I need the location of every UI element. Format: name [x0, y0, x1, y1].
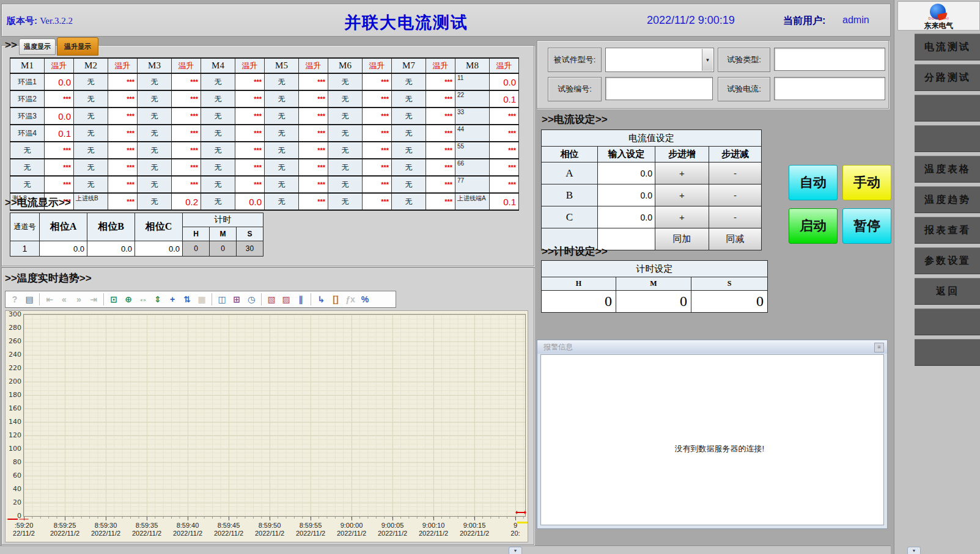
sidebar-button-back[interactable]: 返回 — [915, 278, 980, 305]
column-header: 温升 — [235, 58, 265, 73]
sidebar-button-empty-3[interactable] — [915, 308, 980, 335]
setting-table-title: 电流值设定 — [542, 130, 762, 147]
pan-icon[interactable]: + — [166, 293, 179, 306]
time-span-icon[interactable]: ◷ — [245, 293, 258, 306]
y-axis-tick-label: 200 — [6, 377, 21, 385]
sidebar-button-temp-table[interactable]: 温度表格 — [915, 156, 980, 183]
tab-temperature-display[interactable]: 温度显示 — [19, 38, 56, 55]
cursor-marker — [517, 512, 525, 513]
sensor-name-cell: 无 — [74, 90, 108, 108]
step-plus-button[interactable]: + — [655, 162, 709, 184]
table-row: 无***无***无***无***无***无***无***55*** — [10, 142, 519, 159]
channel-cell: 1 — [10, 241, 40, 257]
pause-button[interactable]: 暂停 — [842, 208, 891, 244]
scroll-chart-left-icon[interactable]: ▧ — [265, 293, 278, 306]
sidebar-button-empty-2[interactable] — [915, 125, 980, 152]
step-minus-button[interactable]: - — [709, 162, 762, 184]
axis-scale-icon[interactable]: ⇅ — [180, 293, 194, 306]
timer-set-value[interactable]: 0 — [542, 291, 616, 313]
column-header: M5 — [265, 58, 299, 73]
zoom-y-icon[interactable]: ⇕ — [151, 293, 164, 306]
chevron-down-icon[interactable]: ▼ — [702, 49, 713, 71]
sensor-name-cell: 11 — [455, 73, 490, 90]
properties-icon[interactable]: ▤ — [23, 293, 36, 306]
temp-rise-value-cell: *** — [299, 142, 328, 159]
step-plus-button[interactable]: + — [655, 184, 709, 206]
scroll-chart-right-icon[interactable]: ▨ — [279, 293, 293, 306]
sensor-name-cell: 无 — [201, 90, 235, 108]
scroll-down-icon[interactable]: ▼ — [509, 547, 522, 554]
step-minus-button[interactable]: - — [709, 184, 762, 206]
header-row: 相位输入设定步进增步进减 — [542, 147, 762, 162]
version-value: Ver.3.2.2 — [40, 16, 73, 26]
sidebar-button-temp-trend[interactable]: 温度趋势 — [915, 186, 980, 213]
sidebar-button-current-test[interactable]: 电流测试 — [915, 34, 980, 60]
help-icon[interactable]: ? — [8, 293, 21, 306]
current-set-input[interactable]: 0.0 — [598, 162, 655, 184]
auto-button[interactable]: 自动 — [789, 165, 838, 200]
column-header: M2 — [74, 58, 108, 73]
alarm-window-button[interactable]: ≡ — [874, 343, 884, 352]
y-axis-tick-label: 240 — [6, 351, 21, 359]
export-icon[interactable]: ↳ — [314, 293, 328, 306]
table-row: 无***无***无***无***无***无***无***77*** — [10, 176, 519, 193]
start-button[interactable]: 启动 — [789, 208, 838, 244]
last-icon[interactable]: ⇥ — [87, 293, 100, 306]
scroll-down-icon[interactable]: ▼ — [907, 547, 921, 554]
timer-set-value[interactable]: 0 — [616, 291, 691, 313]
sensor-name-cell: 无 — [138, 193, 172, 210]
group-minus-button[interactable]: 同减 — [709, 228, 762, 250]
temp-rise-value-cell: *** — [172, 142, 201, 159]
test-current-input[interactable] — [774, 77, 885, 100]
table-title-row: 电流值设定 — [542, 130, 762, 147]
step-plus-button[interactable]: + — [655, 206, 709, 228]
sidebar-button-branch-test[interactable]: 分路测试 — [915, 64, 980, 91]
percent-icon[interactable]: % — [358, 293, 372, 306]
zoom-x-icon[interactable]: ⇔ — [136, 293, 150, 306]
pause-trend-icon[interactable]: ∥ — [294, 293, 308, 306]
test-type-input[interactable] — [774, 48, 885, 71]
timer-subheader: H — [183, 227, 210, 241]
sensor-name-cell: 无 — [201, 108, 235, 125]
x-axis-tick-label: 9:00:052022/11/2 — [371, 522, 414, 538]
sensor-name-cell: 环温1 — [10, 73, 45, 90]
temp-rise-value-cell: *** — [45, 159, 74, 176]
bottom-scrollbar[interactable] — [0, 545, 891, 554]
temp-rise-value-cell: *** — [490, 176, 519, 193]
current-set-input[interactable]: 0.0 — [598, 184, 655, 206]
step-minus-button[interactable]: - — [709, 206, 762, 228]
temp-rise-value-cell: *** — [108, 193, 138, 210]
sidebar-button-report-view[interactable]: 报表查看 — [915, 217, 980, 244]
group-plus-button[interactable]: 同加 — [655, 228, 709, 250]
timer-set-value[interactable]: 0 — [691, 291, 768, 313]
sensor-name-cell: 无 — [328, 193, 363, 210]
toolbar-separator — [212, 293, 212, 305]
tab-temprise-display[interactable]: 温升显示 — [57, 37, 98, 56]
temp-rise-value-cell: *** — [235, 142, 265, 159]
x-axis-tick-label: 9:00:002022/11/2 — [330, 522, 373, 538]
timer-column-header: H — [542, 277, 616, 291]
tile-view-icon[interactable]: ◫ — [215, 293, 229, 306]
table-row: 环温2***无***无***无***无***无***无***220.1 — [10, 90, 519, 108]
zoom-in-icon[interactable]: ⊕ — [122, 293, 135, 306]
y-axis-tick-label: 220 — [6, 364, 21, 372]
grid-add-icon[interactable]: ⊞ — [230, 293, 243, 306]
test-number-input[interactable] — [605, 77, 713, 100]
device-model-combo[interactable]: ▼ — [605, 48, 714, 72]
sidebar-button-empty-1[interactable] — [915, 95, 980, 122]
x-label-time: 9:00:00 — [330, 522, 373, 530]
rewind-icon[interactable]: « — [57, 293, 71, 306]
sidebar-button-empty-4[interactable] — [915, 339, 980, 366]
current-set-input[interactable]: 0.0 — [598, 206, 655, 228]
brackets-icon[interactable]: [] — [329, 293, 342, 306]
sidebar-button-param-setting[interactable]: 参数设置 — [915, 247, 980, 274]
chart-plot-area[interactable] — [23, 314, 526, 517]
function-icon[interactable]: ƒx — [344, 293, 357, 306]
zoom-box-icon[interactable]: ⊡ — [107, 293, 120, 306]
manual-button[interactable]: 手动 — [842, 165, 891, 200]
forward-icon[interactable]: » — [72, 293, 86, 306]
calendar-icon[interactable]: ▦ — [195, 293, 208, 306]
y-axis-tick-label: 140 — [6, 418, 21, 426]
first-icon[interactable]: ⇤ — [43, 293, 56, 306]
phase-header: 相位C — [135, 213, 183, 241]
